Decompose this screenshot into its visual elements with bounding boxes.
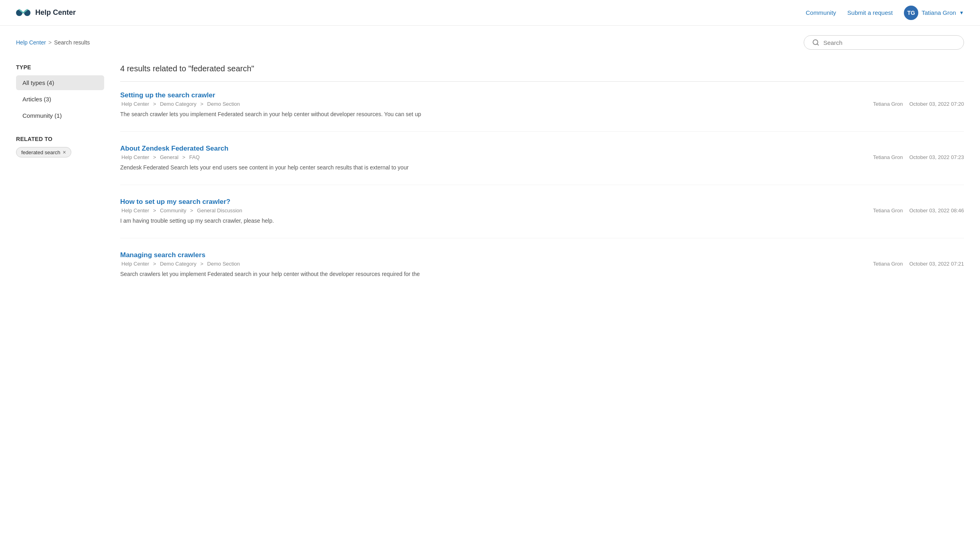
top-bar: Help Center > Search results (0, 26, 980, 56)
result-item: Setting up the search crawler Help Cente… (120, 91, 964, 132)
filter-articles[interactable]: Articles (3) (16, 92, 104, 107)
filter-community[interactable]: Community (1) (16, 108, 104, 123)
result-meta-row: Help Center > Demo Category > Demo Secti… (120, 261, 964, 267)
filter-all-types[interactable]: All types (4) (16, 75, 104, 90)
svg-point-0 (16, 10, 22, 16)
result-excerpt: Zendesk Federated Search lets your end u… (120, 163, 964, 172)
result-title[interactable]: How to set up my search crawler? (120, 198, 964, 206)
type-filter-label: Type (16, 64, 104, 71)
result-author-date: Tetiana Gron October 03, 2022 07:23 (873, 154, 964, 160)
svg-line-3 (817, 44, 818, 45)
related-to-label: Related to (16, 136, 104, 142)
result-meta-row: Help Center > Demo Category > Demo Secti… (120, 101, 964, 107)
results-heading: 4 results related to "federated search" (120, 64, 964, 73)
chevron-down-icon: ▼ (959, 10, 964, 16)
sidebar: Type All types (4) Articles (3) Communit… (16, 64, 104, 304)
logo-icon (16, 8, 30, 18)
community-link[interactable]: Community (806, 9, 836, 16)
result-title[interactable]: Setting up the search crawler (120, 91, 964, 99)
results-container: 4 results related to "federated search" … (120, 64, 964, 304)
breadcrumb: Help Center > Search results (16, 39, 90, 46)
result-breadcrumb: Help Center > Demo Category > Demo Secti… (120, 101, 241, 107)
search-input[interactable] (823, 39, 956, 46)
user-name-label: Tatiana Gron (922, 9, 956, 16)
result-breadcrumb: Help Center > General > FAQ (120, 154, 201, 160)
result-author-date: Tetiana Gron October 03, 2022 07:20 (873, 101, 964, 107)
result-author: Tetiana Gron (873, 261, 903, 267)
result-meta-row: Help Center > Community > General Discus… (120, 207, 964, 214)
header-right: Community Submit a request TG Tatiana Gr… (806, 6, 964, 20)
breadcrumb-current: Search results (54, 39, 90, 46)
result-title[interactable]: Managing search crawlers (120, 251, 964, 259)
search-bar (804, 35, 964, 50)
result-author-date: Tetiana Gron October 03, 2022 08:46 (873, 207, 964, 214)
result-author-date: Tetiana Gron October 03, 2022 07:21 (873, 261, 964, 267)
result-excerpt: Search crawlers let you implement Federa… (120, 270, 964, 278)
search-icon (812, 39, 819, 46)
result-date: October 03, 2022 07:23 (909, 154, 964, 160)
results-divider (120, 81, 964, 82)
result-item: About Zendesk Federated Search Help Cent… (120, 145, 964, 185)
result-breadcrumb: Help Center > Community > General Discus… (120, 207, 244, 214)
result-date: October 03, 2022 07:21 (909, 261, 964, 267)
site-title: Help Center (35, 8, 76, 17)
tag-chip-federated-search[interactable]: federated search × (16, 147, 71, 157)
result-author: Tetiana Gron (873, 101, 903, 107)
breadcrumb-home[interactable]: Help Center (16, 39, 46, 46)
result-item: Managing search crawlers Help Center > D… (120, 251, 964, 291)
result-author: Tetiana Gron (873, 207, 903, 214)
result-breadcrumb: Help Center > Demo Category > Demo Secti… (120, 261, 241, 267)
remove-tag-icon[interactable]: × (63, 149, 66, 155)
result-item: How to set up my search crawler? Help Ce… (120, 198, 964, 238)
result-date: October 03, 2022 08:46 (909, 207, 964, 214)
avatar: TG (904, 6, 918, 20)
result-author: Tetiana Gron (873, 154, 903, 160)
main-container: Type All types (4) Articles (3) Communit… (0, 56, 980, 320)
svg-point-1 (24, 10, 30, 16)
user-menu[interactable]: TG Tatiana Gron ▼ (904, 6, 964, 20)
result-excerpt: I am having trouble setting up my search… (120, 217, 964, 225)
header: Help Center Community Submit a request T… (0, 0, 980, 26)
result-date: October 03, 2022 07:20 (909, 101, 964, 107)
result-excerpt: The search crawler lets you implement Fe… (120, 110, 964, 119)
header-left: Help Center (16, 8, 76, 18)
breadcrumb-separator: > (48, 39, 52, 46)
result-meta-row: Help Center > General > FAQ Tetiana Gron… (120, 154, 964, 160)
submit-request-link[interactable]: Submit a request (847, 9, 893, 16)
result-title[interactable]: About Zendesk Federated Search (120, 145, 964, 153)
